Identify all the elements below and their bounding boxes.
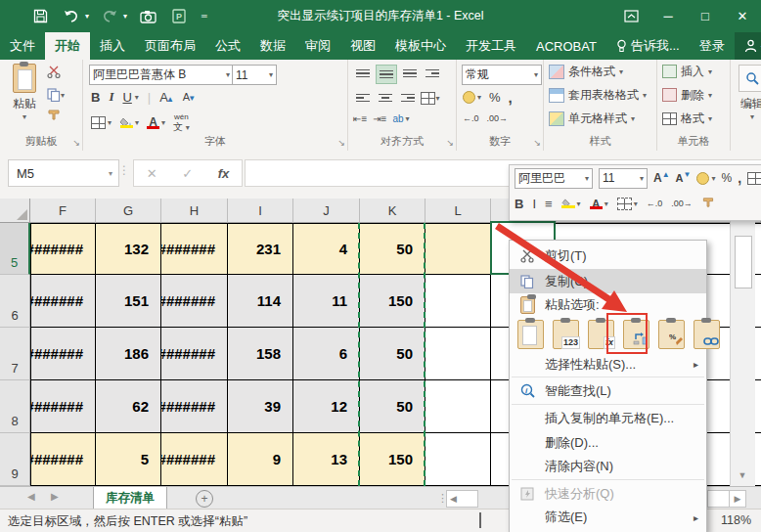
- zoom-level[interactable]: 118%: [721, 513, 751, 527]
- insert-function-icon[interactable]: fx: [218, 166, 230, 181]
- cell-J6[interactable]: 11: [293, 275, 360, 328]
- mini-font-size-select[interactable]: 11 ▾: [599, 168, 648, 189]
- minimize-button[interactable]: ─: [649, 0, 687, 32]
- menu-item-paste-special[interactable]: 选择性粘贴(S)... ▸: [510, 353, 706, 376]
- cell-H9[interactable]: #######: [161, 433, 228, 486]
- cell-K9[interactable]: 150: [360, 433, 425, 486]
- close-button[interactable]: ✕: [724, 0, 761, 32]
- format-cells-button[interactable]: 格式 ▾: [657, 107, 730, 130]
- cell-F6[interactable]: #######: [30, 275, 96, 328]
- tab-tell-me[interactable]: 告诉我...: [606, 32, 690, 60]
- tab-home[interactable]: 开始: [45, 32, 90, 60]
- name-box[interactable]: M5 ▾: [8, 159, 119, 187]
- align-middle-icon[interactable]: [376, 65, 397, 84]
- scroll-right-icon[interactable]: ▶: [729, 491, 745, 507]
- pdf-export-icon[interactable]: P: [168, 7, 190, 26]
- bold-button[interactable]: B: [91, 90, 100, 105]
- cell-G8[interactable]: 62: [96, 380, 161, 433]
- number-dialog-launcher-icon[interactable]: ↘: [533, 139, 541, 147]
- row-header-6[interactable]: 6: [0, 275, 30, 328]
- accounting-format-icon[interactable]: ▾: [463, 91, 481, 104]
- cell-K8[interactable]: 50: [360, 380, 425, 433]
- mini-border-style-icon[interactable]: ▾: [617, 198, 638, 210]
- decrease-indent-icon[interactable]: ⇤≡: [353, 113, 367, 124]
- borders-button[interactable]: ▾: [91, 116, 112, 129]
- cell-G9[interactable]: 5: [96, 433, 161, 486]
- menu-item-filter[interactable]: 筛选(E) ▸: [510, 506, 706, 529]
- redo-chevron-icon[interactable]: ▾: [123, 12, 127, 21]
- phonetic-guide-button[interactable]: wén 文 ▾: [173, 113, 190, 132]
- align-left-icon[interactable]: [353, 89, 373, 107]
- row-header-9[interactable]: 9: [0, 433, 30, 486]
- cell-G5[interactable]: 132: [96, 223, 161, 275]
- paste-icon[interactable]: [517, 320, 544, 349]
- col-header-H[interactable]: H: [161, 199, 228, 223]
- format-as-table-button[interactable]: 套用表格格式 ▾: [544, 83, 656, 107]
- mini-accounting-icon[interactable]: ▾: [696, 172, 715, 185]
- formula-bar-handle[interactable]: ⋮: [118, 163, 130, 177]
- scroll-left-icon[interactable]: ◀: [450, 494, 457, 504]
- tab-review[interactable]: 审阅: [295, 32, 340, 60]
- cell-styles-button[interactable]: 单元格样式 ▾: [544, 107, 656, 130]
- increase-indent-icon[interactable]: ⇥≡: [373, 113, 386, 124]
- enter-icon[interactable]: ✓: [182, 166, 193, 181]
- row-header-8[interactable]: 8: [0, 380, 30, 433]
- cell-G6[interactable]: 151: [96, 275, 161, 328]
- cell-I6[interactable]: 114: [228, 275, 293, 328]
- cell-K6[interactable]: 150: [360, 275, 425, 328]
- mini-shrink-font-button[interactable]: A▼: [676, 172, 692, 184]
- align-bottom-icon[interactable]: [400, 65, 420, 82]
- font-name-select[interactable]: 阿里巴巴普惠体 B ▾: [89, 65, 234, 85]
- sheet-nav-left-icon[interactable]: ◀: [27, 491, 35, 502]
- shrink-font-button[interactable]: A▼: [183, 91, 196, 103]
- redo-icon[interactable]: [99, 7, 120, 26]
- cell-K5[interactable]: 50: [360, 223, 425, 275]
- paste-formatting-icon[interactable]: %: [658, 320, 685, 349]
- align-right-icon[interactable]: [398, 89, 418, 107]
- cell-I7[interactable]: 158: [228, 328, 293, 380]
- mini-fill-color-button[interactable]: ▾: [561, 199, 581, 208]
- menu-item-copy[interactable]: 复制(C): [510, 269, 706, 293]
- sign-in-button[interactable]: 登录: [690, 32, 735, 60]
- cell-J7[interactable]: 6: [293, 328, 360, 380]
- number-format-select[interactable]: 常规 ▾: [462, 65, 542, 85]
- cell-L9[interactable]: [425, 433, 491, 486]
- cell-G7[interactable]: 186: [96, 328, 161, 380]
- save-icon[interactable]: [29, 7, 51, 26]
- mini-borders-icon[interactable]: ≡: [545, 197, 553, 211]
- cell-H5[interactable]: #######: [161, 223, 228, 275]
- scroll-down-icon[interactable]: ▼: [731, 466, 754, 484]
- cell-H7[interactable]: #######: [161, 328, 228, 380]
- align-center-icon[interactable]: [376, 89, 395, 107]
- font-size-select[interactable]: 11 ▾: [232, 65, 277, 85]
- menu-item-insert-copied-cells[interactable]: 插入复制的单元格(E)...: [510, 406, 706, 430]
- cell-I5[interactable]: 231: [228, 223, 293, 275]
- col-header-L[interactable]: L: [425, 199, 491, 223]
- cell-F8[interactable]: #######: [30, 380, 96, 433]
- paste-link-icon[interactable]: [694, 320, 720, 349]
- italic-button[interactable]: I: [109, 89, 113, 105]
- cell-H8[interactable]: #######: [161, 380, 228, 433]
- new-sheet-icon[interactable]: +: [196, 490, 213, 508]
- menu-item-quick-analysis[interactable]: 快速分析(Q): [510, 481, 706, 506]
- cell-F5[interactable]: #######: [30, 223, 96, 275]
- editing-button[interactable]: 编辑 ▾: [736, 65, 761, 121]
- format-painter-icon[interactable]: [47, 109, 65, 124]
- comma-style-button[interactable]: ,: [509, 89, 513, 106]
- increase-decimal-icon[interactable]: ←.0: [463, 114, 479, 123]
- tab-file[interactable]: 文件: [0, 32, 45, 60]
- horizontal-scrollbar-left[interactable]: ◀: [446, 490, 478, 508]
- col-header-G[interactable]: G: [96, 199, 161, 223]
- cell-F7[interactable]: #######: [30, 328, 96, 380]
- row-header-5[interactable]: 5: [0, 223, 30, 275]
- conditional-formatting-button[interactable]: 条件格式 ▾: [544, 60, 656, 83]
- normal-view-icon[interactable]: [479, 513, 497, 528]
- mini-grow-font-button[interactable]: A▲: [653, 171, 670, 185]
- tab-formulas[interactable]: 公式: [205, 32, 250, 60]
- menu-item-cut[interactable]: 剪切(T): [510, 243, 706, 269]
- menu-item-clear-contents[interactable]: 清除内容(N): [510, 455, 706, 478]
- mini-italic-button[interactable]: I: [532, 197, 536, 211]
- tab-template-center[interactable]: 模板中心: [385, 32, 456, 60]
- mini-font-name-select[interactable]: 阿里巴巴 ▾: [515, 168, 593, 189]
- vertical-scrollbar-thumb[interactable]: [735, 236, 752, 288]
